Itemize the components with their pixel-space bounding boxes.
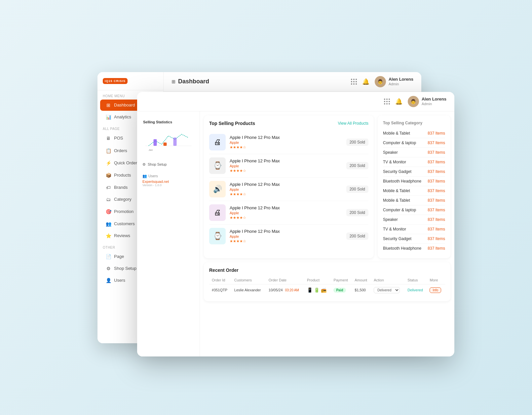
front-grid-menu[interactable] (384, 99, 390, 104)
tsc-row: Mobile & Tablet 837 Items (383, 196, 445, 205)
front-notif-bell[interactable]: 🔔 (395, 98, 402, 105)
cat-count-7[interactable]: 837 Items (428, 198, 445, 203)
grid-menu-button[interactable] (351, 79, 357, 85)
dashboard-icon: ⊞ (105, 103, 111, 108)
sidebar-item-label: Promotion (114, 209, 133, 214)
cat-count-1[interactable]: 837 Items (428, 141, 445, 145)
front-shop-setup-mini[interactable]: ⚙ Shop Setup (140, 160, 197, 169)
recent-order-table: Order Id Customers Order Date Product Pa… (209, 276, 445, 296)
order-date: 10/05/24 (269, 288, 283, 292)
sidebar-item-label: POS (114, 136, 123, 141)
status-badge: Delivered (407, 288, 423, 292)
topbar: ⊞ Dashboard 🔔 👨 Alen Lorens Admin (164, 72, 421, 92)
product-info-3: Apple I Phone 12 Pro Max Apple ★★★★☆ (230, 205, 342, 220)
front-topbar: 🔔 👨 Alen Lorens Admin (137, 92, 454, 111)
product-brand-1: Apple (230, 164, 342, 168)
tsc-row: Bluetooth Headphone 837 Items (383, 177, 445, 186)
product-sold-1: 200 Sold (346, 162, 368, 169)
cat-count-8[interactable]: 837 Items (428, 208, 445, 212)
pos-icon: 🖥 (105, 136, 111, 141)
user-role: Admin (389, 82, 413, 86)
order-time: 03:20 AM (285, 288, 299, 292)
cat-name-8: Computer & laptop (383, 208, 416, 212)
cat-name-5: Bluetooth Headphone (383, 179, 421, 184)
cell-order-id: #351QTP (209, 284, 232, 296)
product-info-4: Apple I Phone 12 Pro Max Apple ★★★★☆ (230, 229, 342, 243)
sidebar-item-label: Analytics (114, 114, 131, 119)
cat-count-6[interactable]: 837 Items (428, 188, 445, 193)
products-icon: 📦 (105, 173, 111, 178)
shop-setup-icon: ⚙ (105, 266, 111, 271)
tsp-title: Top Selling Products (209, 121, 255, 126)
cat-count-11[interactable]: 837 Items (428, 236, 445, 241)
product-brand-2: Apple (230, 187, 342, 191)
col-status: Status (405, 276, 427, 284)
col-customers: Customers (232, 276, 266, 284)
front-users-label: 👥 Users (142, 174, 194, 178)
cat-count-9[interactable]: 837 Items (428, 217, 445, 222)
product-info-1: Apple I Phone 12 Pro Max Apple ★★★★☆ (230, 158, 342, 173)
col-action: Action (371, 276, 405, 284)
front-content-area: Selling Statistics Jan ⚙ (137, 111, 454, 356)
table-header-row: Order Id Customers Order Date Product Pa… (209, 276, 445, 284)
action-dropdown[interactable]: Delivered Pending Cancelled (374, 287, 400, 293)
tsc-row: Speaker 837 Items (383, 148, 445, 157)
cat-count-5[interactable]: 837 Items (428, 179, 445, 184)
tsc-row: Mobile & Tablet 837 Items (383, 186, 445, 196)
sidebar-item-label: Quick Orders (114, 160, 139, 165)
cat-name-11: Security Gadget (383, 236, 411, 241)
cat-count-4[interactable]: 837 Items (428, 169, 445, 174)
front-users-mini: 👥 Users Expertsquad.net Version - 1.0.0 (140, 171, 197, 189)
view-all-products-link[interactable]: View All Products (338, 121, 369, 126)
cell-customer: Leslie Alexander (232, 284, 266, 296)
sidebar-item-label: Users (114, 278, 125, 283)
product-stars-2: ★★★★☆ (230, 192, 342, 196)
sidebar-item-label: Dashboard (114, 103, 135, 107)
product-stars-0: ★★★★☆ (230, 145, 342, 149)
top-selling-products-panel: Top Selling Products View All Products 🖨… (204, 115, 374, 258)
product-brand-3: Apple (230, 211, 342, 215)
front-top-section: Top Selling Products View All Products 🖨… (200, 111, 454, 262)
cat-count-3[interactable]: 837 Items (428, 160, 445, 164)
tsc-row: Speaker 837 Items (383, 215, 445, 225)
product-thumb-3: 🖨 (209, 204, 226, 221)
grid-icon: ⊞ (171, 79, 175, 84)
cat-count-0[interactable]: 837 Items (428, 131, 445, 136)
top-selling-category-panel: Top Selling Category Mobile & Tablet 837… (378, 115, 450, 258)
cat-name-7: Mobile & Tablet (383, 198, 410, 203)
product-sold-3: 200 Sold (346, 209, 368, 216)
tsc-row: Computer & laptop 837 Items (383, 138, 445, 148)
cat-count-10[interactable]: 837 Items (428, 227, 445, 231)
topbar-right: 🔔 👨 Alen Lorens Admin (351, 76, 413, 87)
tsc-row: TV & Monitor 837 Items (383, 225, 445, 234)
cat-name-6: Mobile & Tablet (383, 188, 410, 193)
product-thumb-4: ⌚ (209, 228, 226, 244)
svg-rect-18 (164, 143, 167, 146)
product-thumb-0: 🖨 (209, 134, 226, 150)
sidebar-item-label: Customers (114, 221, 135, 226)
category-icon: 🗂 (105, 197, 111, 202)
orders-icon: 📋 (105, 148, 111, 153)
cell-date: 10/05/24 03:20 AM (266, 284, 304, 296)
front-version: Version - 1.0.0 (142, 184, 194, 187)
sidebar-item-label: Page (114, 254, 124, 259)
product-name-1: Apple I Phone 12 Pro Max (230, 158, 342, 163)
cat-count-2[interactable]: 837 Items (428, 150, 445, 155)
tsc-row: Mobile & Tablet 837 Items (383, 129, 445, 138)
info-button[interactable]: Info (430, 287, 441, 293)
user-info: Alen Lorens Admin (389, 77, 413, 86)
notification-bell[interactable]: 🔔 (362, 78, 369, 85)
product-row: ⌚ Apple I Phone 12 Pro Max Apple ★★★★☆ 2… (209, 154, 368, 178)
col-more: More (427, 276, 445, 284)
cat-name-12: Bluetooth Headphone (383, 246, 421, 251)
tsc-title: Top Selling Category (383, 121, 445, 125)
avatar: 👨 (375, 76, 386, 87)
col-order-id: Order Id (209, 276, 232, 284)
reviews-icon: ⭐ (105, 233, 111, 238)
logo: IQ15 CRISIS (103, 78, 128, 84)
svg-text:Jan: Jan (149, 148, 153, 151)
screenshot-container: IQ15 CRISIS Home Menu ⊞ Dashboard 📊 Anal… (84, 59, 448, 356)
cat-count-12[interactable]: 837 Items (428, 246, 445, 251)
front-shop-icon: ⚙ (142, 162, 146, 167)
tsc-row: Computer & laptop 837 Items (383, 205, 445, 215)
